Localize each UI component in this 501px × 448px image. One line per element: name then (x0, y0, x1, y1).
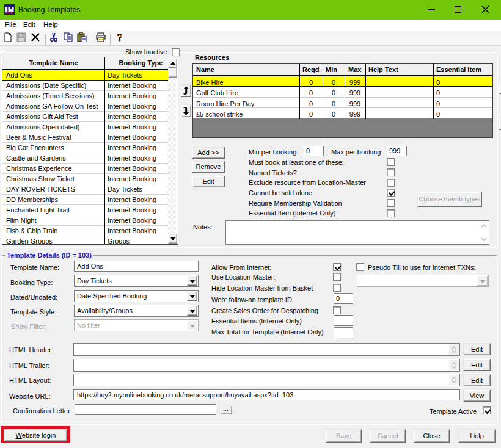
svg-text:?: ? (117, 32, 123, 43)
